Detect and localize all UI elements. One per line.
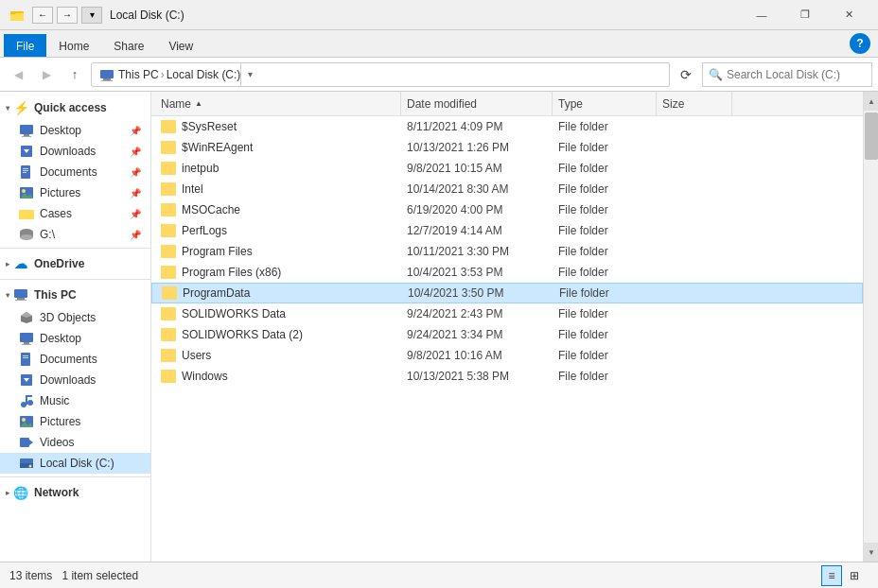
col-header-size[interactable]: Size [657, 92, 732, 115]
tab-file[interactable]: File [4, 34, 46, 57]
path-thispc[interactable]: This PC [118, 68, 159, 81]
svg-rect-1 [10, 13, 24, 21]
file-type: File folder [553, 286, 658, 300]
file-name: ProgramData [156, 286, 402, 300]
back-button[interactable]: ◀ [6, 62, 30, 87]
file-date: 9/24/2021 2:43 PM [401, 307, 553, 320]
table-row[interactable]: $WinREAgent 10/13/2021 1:26 PM File fold… [151, 137, 863, 158]
sidebar-item-pictures-qa[interactable]: Pictures 📌 [0, 182, 150, 203]
localdisk-icon [19, 456, 34, 471]
sidebar-item-desktop-qa[interactable]: Desktop 📌 [0, 120, 150, 141]
sidebar-item-desktop-pc[interactable]: Desktop [0, 328, 150, 349]
scroll-down[interactable]: ▼ [864, 543, 878, 562]
table-row[interactable]: PerfLogs 12/7/2019 4:14 AM File folder [151, 220, 863, 241]
folder-icon [161, 182, 176, 196]
table-row[interactable]: Users 9/8/2021 10:16 AM File folder [151, 345, 863, 366]
close-button[interactable]: ✕ [827, 0, 870, 30]
svg-rect-4 [103, 78, 111, 80]
tab-share[interactable]: Share [101, 35, 156, 57]
forward-button[interactable]: ▶ [34, 62, 59, 87]
refresh-button[interactable]: ⟳ [674, 62, 698, 87]
up-button[interactable]: ↑ [62, 62, 87, 87]
sidebar-item-g-qa[interactable]: G:\ 📌 [0, 224, 150, 245]
svg-rect-24 [14, 289, 27, 298]
sidebar-item-localdisk[interactable]: Local Disk (C:) [0, 453, 150, 474]
file-type: File folder [553, 120, 657, 133]
sidebar-label: 3D Objects [40, 311, 96, 324]
sidebar-section-onedrive[interactable]: ▸ ☁ OneDrive [0, 251, 150, 276]
sidebar: ▾ ⚡ Quick access Desktop 📌 Downloads 📌 D… [0, 92, 151, 562]
sidebar-item-documents-pc[interactable]: Documents [0, 349, 150, 370]
file-date: 10/13/2021 1:26 PM [401, 141, 553, 154]
table-row[interactable]: Program Files 10/11/2021 3:30 PM File fo… [151, 241, 863, 262]
svg-rect-5 [101, 80, 113, 81]
table-row[interactable]: $SysReset 8/11/2021 4:09 PM File folder [151, 116, 863, 137]
address-dropdown[interactable]: ▾ [240, 62, 259, 87]
sidebar-item-3dobjects[interactable]: 3D Objects [0, 307, 150, 328]
svg-point-38 [27, 400, 33, 406]
view-detail-btn[interactable]: ≡ [821, 565, 842, 586]
sidebar-item-music[interactable]: Music [0, 390, 150, 411]
sidebar-item-downloads-pc[interactable]: Downloads [0, 370, 150, 390]
svg-point-42 [22, 418, 26, 422]
svg-marker-45 [29, 440, 33, 445]
sidebar-section-thispc[interactable]: ▾ This PC [0, 283, 150, 307]
sidebar-section-network[interactable]: ▸ 🌐 Network [0, 480, 150, 505]
tab-back[interactable]: ← [32, 7, 53, 24]
table-row[interactable]: Intel 10/14/2021 8:30 AM File folder [151, 179, 863, 199]
sidebar-item-pictures-pc[interactable]: Pictures [0, 411, 150, 432]
col-header-name[interactable]: Name ▲ [155, 92, 401, 115]
file-type: File folder [553, 349, 657, 362]
svg-rect-6 [20, 125, 33, 134]
sidebar-item-documents-qa[interactable]: Documents 📌 [0, 162, 150, 182]
address-path[interactable]: This PC › Local Disk (C:) ▾ [91, 62, 670, 87]
file-list: Name ▲ Date modified Type Size $SysReset… [151, 92, 863, 562]
tab-view[interactable]: View [156, 35, 205, 57]
app-icon [8, 6, 26, 25]
view-buttons: ≡ ⊞ [821, 565, 865, 586]
documents-icon [19, 164, 34, 180]
svg-rect-29 [20, 333, 33, 342]
sidebar-item-cases-qa[interactable]: Cases 📌 [0, 203, 150, 224]
table-row[interactable]: Program Files (x86) 10/4/2021 3:53 PM Fi… [151, 262, 863, 283]
svg-rect-12 [23, 168, 28, 169]
help-button[interactable]: ? [850, 33, 870, 54]
folder-icon [161, 162, 176, 175]
view-tile-btn[interactable]: ⊞ [844, 565, 865, 586]
folder-icon [161, 224, 176, 237]
table-row[interactable]: SOLIDWORKS Data 9/24/2021 2:43 PM File f… [151, 303, 863, 324]
folder-icon [161, 120, 176, 133]
sidebar-section-quickaccess[interactable]: ▾ ⚡ Quick access [0, 95, 150, 120]
tab-options[interactable]: ▾ [81, 7, 102, 24]
onedrive-label: OneDrive [34, 257, 84, 270]
status-item-count: 13 items 1 item selected [9, 569, 821, 582]
svg-rect-40 [26, 395, 32, 397]
tab-forward[interactable]: → [57, 7, 78, 24]
restore-button[interactable]: ❐ [783, 0, 827, 30]
scroll-thumb[interactable] [865, 112, 878, 160]
sidebar-item-downloads-qa[interactable]: Downloads 📌 [0, 141, 150, 162]
file-name: Program Files [155, 245, 401, 258]
file-name: Intel [155, 182, 401, 196]
search-input[interactable] [727, 68, 866, 81]
path-localdisk[interactable]: Local Disk (C:) [167, 68, 241, 81]
table-row[interactable]: MSOCache 6/19/2020 4:00 PM File folder [151, 199, 863, 220]
minimize-button[interactable]: — [740, 0, 783, 30]
col-header-type[interactable]: Type [553, 92, 657, 115]
sidebar-label: Documents [40, 165, 97, 179]
svg-rect-33 [23, 355, 28, 356]
col-header-date[interactable]: Date modified [401, 92, 553, 115]
title-bar: ← → ▾ Local Disk (C:) — ❐ ✕ [0, 0, 878, 30]
scrollbar[interactable]: ▲ ▼ [863, 92, 878, 562]
sort-arrow: ▲ [195, 99, 202, 108]
table-row[interactable]: inetpub 9/8/2021 10:15 AM File folder [151, 158, 863, 179]
table-row[interactable]: ProgramData 10/4/2021 3:50 PM File folde… [151, 283, 863, 303]
table-row[interactable]: SOLIDWORKS Data (2) 9/24/2021 3:34 PM Fi… [151, 324, 863, 345]
file-date: 10/4/2021 3:50 PM [402, 286, 553, 300]
svg-rect-13 [23, 170, 28, 171]
tab-home[interactable]: Home [46, 35, 101, 57]
file-date: 10/4/2021 3:53 PM [401, 266, 553, 279]
scroll-up[interactable]: ▲ [864, 92, 878, 111]
table-row[interactable]: Windows 10/13/2021 5:38 PM File folder [151, 366, 863, 387]
sidebar-item-videos[interactable]: Videos [0, 432, 150, 453]
